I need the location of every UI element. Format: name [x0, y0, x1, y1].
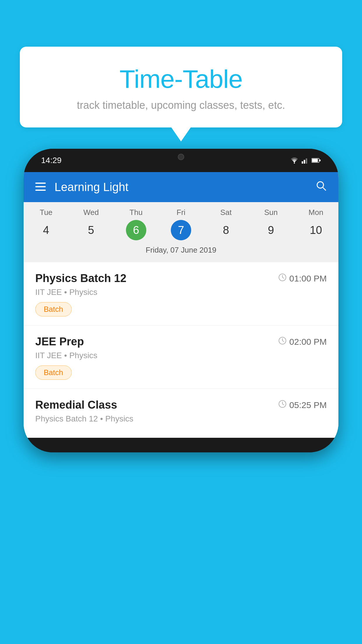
bubble-subtitle: track timetable, upcoming classes, tests… [31, 99, 331, 111]
schedule-time-1: 01:00 PM [278, 273, 327, 284]
svg-rect-1 [302, 161, 303, 164]
time-text-2: 02:00 PM [289, 337, 327, 347]
day-6-today[interactable]: 6 [126, 220, 146, 240]
svg-rect-6 [319, 160, 321, 161]
schedule-title-3: Remedial Class [35, 399, 117, 411]
speech-bubble-container: Time-Table track timetable, upcoming cla… [20, 47, 342, 127]
phone-top-bezel: 14:29 [24, 149, 338, 172]
clock-icon-2 [278, 337, 287, 347]
svg-line-11 [323, 188, 326, 190]
svg-rect-7 [35, 183, 46, 184]
svg-rect-9 [35, 190, 46, 191]
time-text-3: 05:25 PM [289, 400, 327, 410]
schedule-item-2[interactable]: JEE Prep 02:00 PM IIT JEE • Physics [24, 326, 338, 389]
day-header-sat: Sat [203, 208, 248, 217]
svg-point-0 [294, 162, 295, 164]
schedule-subtitle-1: IIT JEE • Physics [35, 288, 327, 297]
app-title: Learning Light [55, 181, 307, 194]
svg-point-10 [317, 182, 324, 188]
battery-icon [312, 158, 321, 163]
day-header-wed: Wed [68, 208, 113, 217]
schedule-item-3-header: Remedial Class 05:25 PM [35, 399, 327, 411]
phone-bottom-bezel [24, 438, 338, 452]
day-7-selected[interactable]: 7 [171, 220, 191, 240]
phone-screen: Learning Light Tue Wed Thu Fri Sat Sun [24, 172, 338, 438]
clock-icon-3 [278, 400, 287, 410]
hamburger-icon[interactable] [35, 181, 46, 193]
calendar-strip: Tue Wed Thu Fri Sat Sun Mon 4 5 6 7 8 9 … [24, 202, 338, 262]
svg-rect-3 [306, 158, 307, 164]
day-numbers: 4 5 6 7 8 9 10 [24, 220, 338, 240]
schedule-title-1: Physics Batch 12 [35, 272, 126, 285]
schedule-item-2-header: JEE Prep 02:00 PM [35, 335, 327, 348]
day-header-fri: Fri [159, 208, 203, 217]
batch-badge-1: Batch [35, 302, 72, 316]
day-header-sun: Sun [248, 208, 293, 217]
signal-icon [302, 157, 309, 164]
schedule-time-2: 02:00 PM [278, 337, 327, 347]
day-8[interactable]: 8 [216, 220, 236, 240]
speech-bubble: Time-Table track timetable, upcoming cla… [20, 47, 342, 127]
schedule-subtitle-3: Physics Batch 12 • Physics [35, 414, 327, 424]
schedule-subtitle-2: IIT JEE • Physics [35, 351, 327, 360]
notch [152, 149, 210, 165]
schedule-item-1-header: Physics Batch 12 01:00 PM [35, 272, 327, 285]
svg-rect-2 [304, 160, 305, 164]
schedule-item-3[interactable]: Remedial Class 05:25 PM Physics Batch [24, 389, 338, 438]
app-header: Learning Light [24, 172, 338, 202]
svg-rect-8 [35, 186, 46, 187]
phone-wrapper: 14:29 [24, 149, 338, 452]
wifi-icon [290, 157, 299, 164]
bubble-title: Time-Table [31, 64, 331, 94]
day-headers: Tue Wed Thu Fri Sat Sun Mon [24, 208, 338, 217]
day-header-thu: Thu [114, 208, 159, 217]
schedule-list: Physics Batch 12 01:00 PM IIT JEE • P [24, 262, 338, 438]
schedule-item-1[interactable]: Physics Batch 12 01:00 PM IIT JEE • P [24, 262, 338, 326]
day-header-tue: Tue [24, 208, 68, 217]
svg-rect-5 [312, 159, 318, 162]
day-4[interactable]: 4 [36, 220, 56, 240]
day-9[interactable]: 9 [261, 220, 281, 240]
day-10[interactable]: 10 [306, 220, 326, 240]
schedule-title-2: JEE Prep [35, 335, 84, 348]
status-time: 14:29 [41, 156, 61, 165]
status-icons [290, 157, 321, 164]
schedule-time-3: 05:25 PM [278, 400, 327, 410]
clock-icon-1 [278, 273, 287, 284]
day-header-mon: Mon [294, 208, 338, 217]
camera-dot [178, 154, 184, 160]
time-text-1: 01:00 PM [289, 274, 327, 284]
search-icon[interactable] [316, 180, 327, 194]
phone-frame: 14:29 [24, 149, 338, 452]
day-5[interactable]: 5 [81, 220, 101, 240]
batch-badge-2: Batch [35, 365, 72, 380]
selected-date-label: Friday, 07 June 2019 [24, 243, 338, 259]
